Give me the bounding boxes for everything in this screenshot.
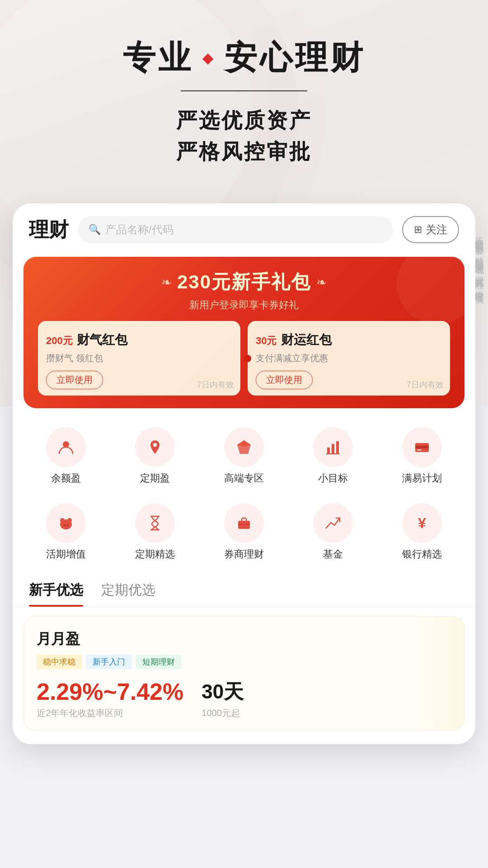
icon-item-jijin[interactable]: 基金 (288, 499, 377, 566)
banner-leaf-right: ❧ (316, 275, 327, 290)
icon-label-yinhang: 银行精选 (402, 547, 442, 561)
svg-point-12 (60, 518, 65, 523)
product-tags: 稳中求稳新手入门短期理财 (37, 655, 451, 669)
icon-yuebao (46, 427, 86, 467)
icon-grid-row2: 活期增值定期精选券商理财基金¥银行精选 (13, 499, 475, 576)
banner-card-2: 30元 财运红包 支付满减立享优惠 立即使用 7日内有效 (248, 321, 450, 396)
banner-card2-use-btn[interactable]: 立即使用 (256, 371, 313, 389)
banner-card1-type: 财气红包 (77, 333, 127, 347)
banner-card1-desc: 攒财气 领红包 (46, 352, 232, 364)
icon-manyi (402, 427, 442, 467)
follow-label: 关注 (426, 222, 447, 237)
icon-huoqi (46, 503, 86, 543)
tab-dingqi[interactable]: 定期优选 (101, 581, 155, 607)
side-text: 历史收益数据仅供参考 过往业绩不预示未来表现 理财有风险 投资需谨慎 (471, 226, 488, 293)
follow-button[interactable]: ⊞ 关注 (402, 216, 459, 243)
product-bottom: 2.29%~7.42% 近2年年化收益率区间 30天 1000元起 (37, 678, 451, 719)
svg-rect-4 (327, 448, 330, 454)
icon-jijin (313, 503, 353, 543)
banner-leaf-left: ❧ (161, 275, 172, 290)
svg-rect-6 (336, 441, 339, 454)
icon-dingqijx (135, 503, 175, 543)
product-period-block: 30天 1000元起 (202, 679, 244, 719)
icon-label-yuebao: 余额盈 (51, 472, 81, 485)
product-rate-label: 近2年年化收益率区间 (37, 707, 183, 719)
product-tag-新手入门: 新手入门 (86, 655, 131, 669)
app-card: 理财 🔍 产品名称/代码 ⊞ 关注 ❧ 230元新手礼包 ❧ 新用户登录即享卡券… (13, 203, 475, 744)
icon-item-dingqi[interactable]: 定期盈 (111, 423, 200, 490)
banner-cards: 200元 财气红包 攒财气 领红包 立即使用 7日内有效 30元 (38, 321, 450, 396)
follow-icon: ⊞ (414, 224, 422, 236)
banner-card2-expire: 7日内有效 (407, 379, 444, 390)
banner-card1-amount: 200元 (46, 330, 77, 347)
hero-subtitle-line1: 严选优质资产 (18, 105, 470, 136)
icon-gaoduan (224, 427, 264, 467)
icon-item-dingqijx[interactable]: 定期精选 (111, 499, 200, 566)
icon-yinhang: ¥ (402, 503, 442, 543)
icon-label-jijin: 基金 (323, 547, 343, 561)
hero-subtitle-line2: 严格风控审批 (18, 136, 470, 167)
banner: ❧ 230元新手礼包 ❧ 新用户登录即享卡券好礼 200元 财气红包 攒财气 领… (23, 257, 465, 408)
search-icon: 🔍 (89, 224, 101, 236)
svg-point-15 (66, 524, 68, 526)
hero-diamond: ◆ (202, 50, 216, 66)
product-period: 30天 (202, 679, 244, 705)
product-card[interactable]: 月月盈 稳中求稳新手入门短期理财 2.29%~7.42% 近2年年化收益率区间 … (23, 616, 465, 731)
svg-point-1 (153, 443, 157, 447)
icon-item-yinhang[interactable]: ¥银行精选 (377, 499, 466, 566)
banner-card1-expire: 7日内有效 (197, 379, 234, 390)
tab-row: 新手优选定期优选 (13, 576, 475, 607)
banner-card2-amount-row: 30元 财运红包 (256, 330, 442, 349)
icon-label-dingqi: 定期盈 (140, 472, 170, 485)
banner-card1-amount-row: 200元 财气红包 (46, 330, 232, 349)
icon-dingqi (135, 427, 175, 467)
icon-item-gaoduan[interactable]: 高端专区 (200, 423, 289, 490)
banner-card-1: 200元 财气红包 攒财气 领红包 立即使用 7日内有效 (38, 321, 240, 396)
banner-card2-type: 财运红包 (281, 333, 332, 347)
icon-label-quanshang: 券商理财 (224, 547, 264, 561)
icon-quanshang (224, 503, 264, 543)
tab-xinshou[interactable]: 新手优选 (29, 581, 83, 607)
product-name: 月月盈 (37, 629, 451, 649)
icon-item-xiaomubiao[interactable]: 小目标 (288, 423, 377, 490)
svg-rect-5 (332, 444, 334, 454)
icon-label-huoqi: 活期增值 (46, 547, 86, 561)
hero-title: 专业 ◆ 安心理财 (18, 36, 470, 80)
banner-card1-use-btn[interactable]: 立即使用 (46, 371, 103, 389)
banner-card2-amount: 30元 (256, 330, 281, 347)
svg-rect-9 (415, 446, 429, 448)
icon-item-huoqi[interactable]: 活期增值 (22, 499, 111, 566)
svg-rect-10 (417, 449, 422, 451)
icon-label-xiaomubiao: 小目标 (318, 472, 348, 485)
svg-point-13 (67, 518, 72, 523)
svg-rect-16 (238, 521, 250, 529)
hero-title-right: 安心理财 (225, 36, 366, 80)
svg-point-14 (64, 524, 66, 526)
svg-text:¥: ¥ (418, 515, 426, 531)
product-tag-短期理财: 短期理财 (136, 655, 181, 669)
product-rate-block: 2.29%~7.42% 近2年年化收益率区间 (37, 678, 183, 719)
product-period-label: 1000元起 (202, 707, 244, 719)
hero-section: 专业 ◆ 安心理财 严选优质资产 严格风控审批 (0, 0, 488, 194)
icon-label-gaoduan: 高端专区 (224, 472, 264, 485)
app-logo: 理财 (29, 217, 69, 243)
icon-item-manyi[interactable]: 满易计划 (377, 423, 466, 490)
hero-title-left: 专业 (123, 36, 193, 80)
product-tag-稳中求稳: 稳中求稳 (37, 655, 82, 669)
icon-item-yuebao[interactable]: 余额盈 (22, 423, 111, 490)
icon-grid-row1: 余额盈定期盈高端专区小目标满易计划 (13, 419, 475, 499)
icon-label-dingqijx: 定期精选 (135, 547, 175, 561)
banner-card2-desc: 支付满减立享优惠 (256, 352, 442, 364)
hero-divider (18, 90, 470, 91)
top-bar: 理财 🔍 产品名称/代码 ⊞ 关注 (13, 203, 475, 252)
search-input[interactable]: 产品名称/代码 (105, 222, 174, 237)
banner-card-divider (244, 355, 251, 362)
banner-title: 230元新手礼包 (177, 269, 311, 295)
product-rate: 2.29%~7.42% (37, 678, 183, 705)
banner-subtitle: 新用户登录即享卡券好礼 (38, 298, 450, 312)
banner-title-row: ❧ 230元新手礼包 ❧ (38, 269, 450, 295)
icon-label-manyi: 满易计划 (402, 472, 442, 485)
hero-subtitle: 严选优质资产 严格风控审批 (18, 105, 470, 167)
search-bar[interactable]: 🔍 产品名称/代码 (78, 216, 393, 243)
icon-item-quanshang[interactable]: 券商理财 (200, 499, 289, 566)
